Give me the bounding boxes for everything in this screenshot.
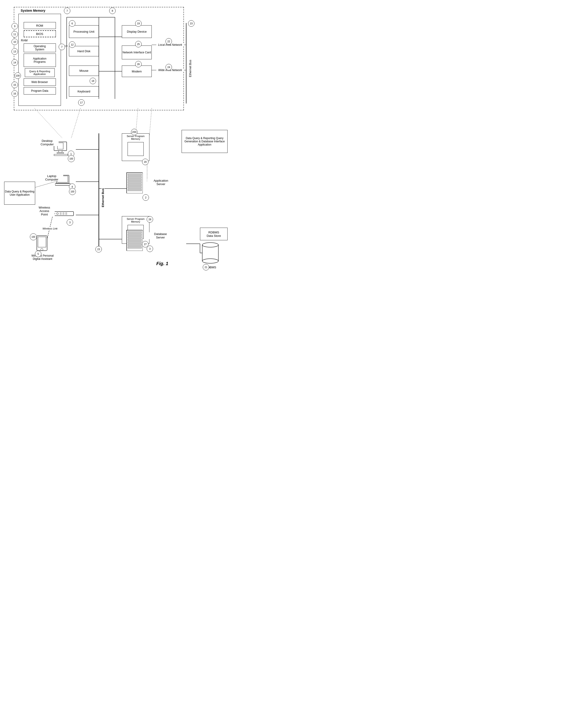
ref-14: 14 — [11, 59, 18, 66]
ref-200: 200 — [131, 129, 137, 135]
ref-18: 18 — [90, 78, 96, 84]
svg-rect-36 — [54, 154, 68, 156]
rdbms-icon — [200, 241, 221, 265]
laptop-label: LaptopComputer — [40, 174, 63, 181]
svg-rect-45 — [65, 212, 67, 215]
data-query-app-box: Data Query & Reporting Query Generation … — [182, 130, 227, 153]
ref-12: 12 — [69, 41, 75, 48]
ref-28: 28 — [147, 216, 153, 223]
ref-100-laptop: 100 — [69, 188, 76, 195]
svg-line-28 — [34, 108, 62, 138]
desktop-label: DesktopComputer — [36, 139, 59, 146]
ref-23-top: 23 — [188, 20, 194, 27]
app-server-icon — [126, 173, 143, 193]
svg-line-29 — [71, 108, 81, 138]
svg-point-48 — [41, 248, 43, 250]
ref-25: 25 — [135, 41, 142, 48]
ref-15: 15 — [11, 82, 18, 88]
wireless-link-label: Wireless Link — [42, 227, 58, 230]
ref-23-bottom: 23 — [95, 246, 102, 253]
svg-rect-59 — [128, 234, 142, 236]
ref-3-db: 3 — [147, 245, 153, 252]
svg-rect-50 — [128, 174, 142, 176]
svg-rect-63 — [128, 244, 142, 246]
ram-label: RAM — [19, 39, 28, 42]
mouse-box: Mouse — [69, 65, 99, 76]
svg-rect-44 — [63, 212, 64, 215]
ref-7: 7 — [59, 44, 65, 50]
svg-rect-47 — [38, 237, 46, 247]
svg-rect-43 — [60, 212, 62, 215]
ref-100-top: 100 — [14, 72, 21, 79]
pda-icon — [36, 235, 50, 253]
rom-box: ROM — [24, 22, 56, 29]
svg-rect-34 — [59, 151, 62, 152]
ref-6: 6 — [69, 20, 75, 27]
ref-3-ap: 3 — [67, 219, 73, 226]
os-box: OperatingSystem — [24, 43, 56, 52]
svg-point-66 — [202, 243, 218, 247]
svg-rect-39 — [55, 183, 70, 185]
ref-26: 26 — [135, 61, 142, 67]
svg-line-31 — [149, 108, 152, 136]
program-data-box: Program Data — [24, 87, 56, 94]
wireless-ap-label: WirelessAccessPoint — [34, 206, 55, 216]
ref-17: 17 — [78, 99, 85, 106]
ref-20: 20 — [142, 159, 149, 165]
svg-rect-51 — [128, 176, 142, 178]
display-device-box: Display Device — [122, 25, 152, 38]
ref-24: 24 — [165, 64, 172, 70]
svg-rect-54 — [128, 184, 142, 186]
ref-9: 9 — [11, 23, 18, 29]
app-programs-box: ApplicationPrograms — [24, 54, 56, 67]
memory-column: ROM BIOS RAM OperatingSystem Application… — [19, 14, 61, 106]
svg-rect-52 — [128, 179, 142, 181]
ethernet-bus-bottom-label: Ethernet Bus — [101, 188, 104, 207]
ref-10: 10 — [11, 39, 18, 45]
ref-8: 8 — [109, 8, 116, 14]
db-server-label: DatabaseServer — [147, 232, 174, 239]
svg-rect-35 — [57, 152, 64, 153]
data-query-user-app-box: Data Query & Reporting User Application — [4, 182, 35, 205]
server-program-memory-top-box: Server Program Memory — [122, 134, 149, 161]
pda-label: Wireless PersonalDigital Assistant — [28, 254, 58, 261]
svg-rect-56 — [128, 189, 142, 191]
svg-point-42 — [57, 213, 58, 214]
ref-19: 19 — [135, 20, 142, 27]
ref-100-desktop: 100 — [68, 155, 75, 162]
rdbms-data-store-box: RDBMSData Store — [200, 228, 227, 240]
query-reporting-box: Query & ReportingApplication — [25, 68, 55, 77]
svg-rect-58 — [128, 231, 142, 233]
processing-unit-box: Processing Unit — [69, 25, 99, 38]
svg-rect-60 — [128, 236, 142, 238]
ref-11: 11 — [11, 31, 18, 37]
ref-22: 22 — [165, 38, 172, 45]
ref-5: 5 — [35, 250, 41, 257]
ethernet-bus-top-label: Ethernet Bus — [188, 60, 192, 77]
ref-21: 21 — [203, 264, 209, 270]
svg-rect-62 — [128, 241, 142, 243]
web-browser-box: Web Browser — [24, 79, 56, 86]
svg-rect-55 — [128, 186, 142, 188]
system-memory-label: System Memory — [21, 9, 45, 12]
bios-box: BIOS — [24, 30, 56, 37]
app-server-label: ApplicationServer — [147, 179, 175, 186]
diagram-container: System Memory ROM BIOS RAM OperatingSyst… — [0, 0, 230, 276]
ref-13: 13 — [11, 48, 18, 55]
db-server-icon — [126, 230, 143, 250]
svg-rect-61 — [128, 239, 142, 241]
keyboard-box: Keyboard — [69, 86, 99, 96]
ref-16: 16 — [11, 90, 18, 97]
svg-point-67 — [202, 259, 218, 263]
modem-box: Modem — [122, 65, 152, 77]
ref-7-top: 7 — [64, 8, 70, 14]
ref-100-pda: 100 — [30, 233, 37, 240]
svg-rect-64 — [128, 246, 142, 248]
fig-label: Fig. 1 — [156, 261, 168, 266]
ref-2: 2 — [143, 194, 149, 201]
svg-rect-53 — [128, 181, 142, 183]
nic-box: Network Interface Card — [122, 46, 152, 59]
